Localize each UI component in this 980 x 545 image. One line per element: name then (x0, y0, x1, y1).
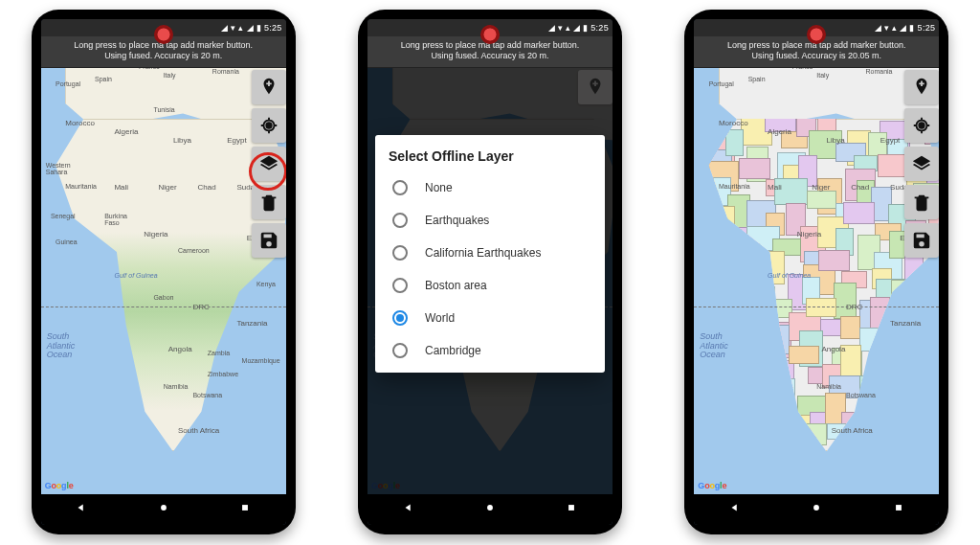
pin-plus-icon (258, 77, 279, 98)
layers-button[interactable] (252, 147, 286, 181)
phone-left: ◢ ▾ ▴ ◢ ▮ 5:25 Long press to place ma ta… (32, 10, 296, 534)
layers-button[interactable] (904, 147, 939, 181)
save-button[interactable] (904, 223, 939, 258)
equator-line (41, 307, 286, 307)
phone-notch (480, 25, 500, 44)
map-area-dimmed: SouthAtlanticOcean Google Select Offline… (368, 68, 612, 495)
delete-button[interactable] (904, 185, 939, 219)
back-button[interactable] (75, 501, 88, 518)
screen: ◢ ▾ ▴ ◢ ▮ 5:25 Long press to place ma ta… (694, 19, 939, 525)
status-time: 5:25 (918, 23, 936, 33)
android-navbar (368, 494, 612, 525)
radio-option-earthquakes[interactable]: Earthquakes (389, 204, 591, 237)
add-marker-button[interactable] (904, 70, 939, 104)
delete-button[interactable] (252, 185, 286, 219)
svg-point-2 (487, 505, 493, 511)
back-button[interactable] (402, 501, 415, 518)
fab-column (252, 70, 286, 258)
radio-checked-icon (392, 310, 408, 326)
screen: ◢ ▾ ▴ ◢ ▮ 5:25 Long press to place ma ta… (41, 19, 286, 525)
phone-middle: ◢ ▾ ▴ ◢ ▮ 5:25 Long press to place ma ta… (358, 10, 622, 534)
radio-icon (392, 278, 408, 293)
phone-notch (807, 25, 826, 44)
pin-plus-icon (911, 77, 932, 98)
layers-icon (258, 153, 279, 174)
status-icons: ◢ ▾ ▴ ◢ ▮ (221, 23, 261, 33)
android-navbar (41, 494, 286, 525)
svg-rect-1 (242, 505, 248, 511)
map-area[interactable]: Portugal Spain France Italy Romania Moro… (41, 68, 286, 495)
radio-icon (392, 180, 408, 195)
radio-icon (392, 343, 408, 358)
offline-layer-dialog: Select Offline Layer None Earthquakes Ca… (375, 135, 605, 373)
screen: ◢ ▾ ▴ ◢ ▮ 5:25 Long press to place ma ta… (368, 19, 612, 525)
locate-button[interactable] (904, 108, 939, 143)
android-navbar (694, 494, 939, 525)
phone-notch (154, 25, 173, 44)
save-icon (911, 230, 932, 251)
dialog-title: Select Offline Layer (389, 148, 591, 164)
home-button[interactable] (810, 501, 823, 518)
trash-icon (258, 192, 279, 213)
home-button[interactable] (483, 501, 497, 518)
radio-icon (392, 213, 408, 228)
back-button[interactable] (728, 501, 742, 518)
phone-right: ◢ ▾ ▴ ◢ ▮ 5:25 Long press to place ma ta… (684, 10, 948, 534)
crosshair-icon (911, 115, 932, 136)
recents-button[interactable] (238, 501, 252, 518)
status-time: 5:25 (264, 23, 282, 33)
radio-option-california-earthquakes[interactable]: California Earthquakes (389, 237, 591, 269)
google-badge: Google (45, 481, 74, 490)
radio-icon (392, 245, 408, 261)
save-icon (258, 230, 279, 251)
recents-button[interactable] (565, 501, 578, 518)
home-button[interactable] (157, 501, 170, 518)
add-marker-button[interactable] (252, 70, 286, 104)
radio-option-world[interactable]: World (389, 302, 591, 334)
radio-option-boston-area[interactable]: Boston area (389, 269, 591, 302)
locate-button[interactable] (252, 108, 286, 143)
crosshair-icon (258, 115, 279, 136)
save-button[interactable] (252, 223, 286, 258)
svg-point-0 (161, 505, 167, 511)
status-time: 5:25 (590, 23, 609, 33)
svg-rect-3 (568, 505, 574, 511)
trash-icon (911, 192, 932, 213)
radio-option-none[interactable]: None (389, 171, 591, 204)
recents-button[interactable] (892, 501, 905, 518)
map-area-layered[interactable]: Portugal Spain France Italy Romania Moro… (694, 68, 939, 495)
gulf-label: Gulf of Guinea (114, 272, 157, 279)
layers-icon (911, 153, 932, 174)
svg-point-4 (813, 505, 819, 511)
svg-rect-5 (896, 505, 902, 511)
fab-column (904, 70, 939, 258)
google-badge: Google (698, 481, 726, 490)
south-atlantic-label: SouthAtlanticOcean (47, 332, 76, 361)
radio-option-cambridge[interactable]: Cambridge (389, 334, 591, 367)
